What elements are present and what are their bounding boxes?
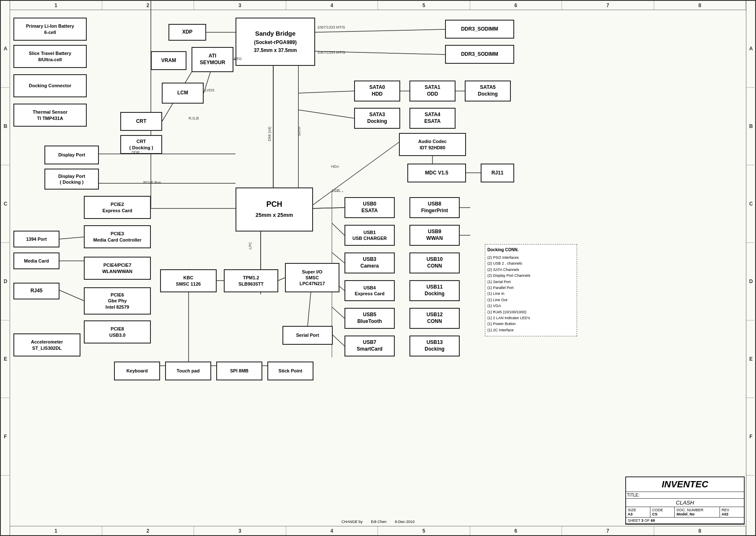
sata0-hdd-box: SATA0HDD bbox=[354, 81, 400, 101]
usb13-docking-box: USB13Docking bbox=[409, 336, 460, 356]
usb0-esata-box: USB0ESATA bbox=[344, 197, 395, 218]
sata3-docking-box: SATA3Docking bbox=[354, 108, 400, 129]
display-port-docking-label: Display Port( Docking ) bbox=[58, 173, 85, 185]
rj45-label: RJ45 bbox=[31, 288, 43, 294]
lpc-wire-label: LPC bbox=[248, 242, 252, 250]
sata1-odd-box: SATA1ODD bbox=[409, 81, 456, 101]
svg-line-38 bbox=[311, 208, 344, 208]
accelerometer-label: AccelerometerST_LIS302DL bbox=[31, 339, 63, 351]
usb12-conn-label: USB12CONN bbox=[427, 312, 443, 325]
keyboard-label: Keyboard bbox=[127, 368, 148, 374]
usb10-conn-label: USB10CONN bbox=[427, 256, 443, 269]
ddr3-2-box: DDR3_SODIMM bbox=[445, 45, 514, 64]
ddp-wire-label: DDP bbox=[132, 150, 140, 154]
grid-row-f: F bbox=[1, 398, 10, 476]
tpm-box: TPM1.2SLB9635TT bbox=[224, 269, 278, 292]
rj11-label: RJ11 bbox=[492, 170, 504, 177]
ddr3-1-box: DDR3_SODIMM bbox=[445, 20, 514, 39]
change-date: 8-Dec-2010 bbox=[395, 520, 414, 524]
1394-port-box: 1394 Port bbox=[13, 231, 60, 247]
grid-col-bot-4: 4 bbox=[286, 526, 378, 535]
slice-battery-box: Slice Travel Battery8/Ultra-cell bbox=[13, 45, 87, 68]
grid-col-1: 1 bbox=[10, 1, 102, 10]
keyboard-box: Keyboard bbox=[114, 362, 160, 380]
vram-label: VRAM bbox=[161, 57, 176, 64]
usb0-esata-label: USB0ESATA bbox=[362, 201, 378, 214]
pcie6-label: PCIE6Gbe PhyIntel 82579 bbox=[106, 292, 129, 310]
grid-col-2: 2 bbox=[102, 1, 194, 10]
primary-battery-box: Primary Li-Ion Battery6-cell bbox=[13, 18, 87, 41]
grid-row-b-r: B bbox=[746, 88, 756, 165]
schematic-container: 1 2 3 4 5 6 7 8 1 2 3 4 5 6 7 8 A B C D … bbox=[0, 0, 756, 536]
svg-line-43 bbox=[332, 334, 344, 346]
title-block: INVENTEC TITLE: CLASH SIZEA3 CODECS DOC.… bbox=[625, 476, 745, 525]
usb4-express-box: USB4Express Card bbox=[344, 280, 395, 301]
grid-row-b: B bbox=[1, 88, 10, 165]
title-row-1: SIZEA3 CODECS DOC. NUMBERModel_No REVA02 bbox=[626, 507, 744, 518]
mdc-box: MDC V1.5 bbox=[407, 164, 466, 182]
grid-row-d: D bbox=[1, 243, 10, 320]
svg-line-6 bbox=[298, 91, 354, 93]
editor-name: Edi Chen bbox=[371, 520, 386, 524]
svg-line-13 bbox=[311, 208, 344, 208]
crt-docking-box: CRT( Docking ) bbox=[120, 135, 162, 154]
grid-col-labels-top: 1 2 3 4 5 6 7 8 bbox=[10, 1, 746, 10]
ati-seymour-label: ATISEYMOUR bbox=[200, 53, 225, 66]
peg-wire-label: PEG bbox=[234, 57, 242, 61]
sata5-docking-box: SATA5Docking bbox=[465, 81, 511, 101]
grid-col-3: 3 bbox=[194, 1, 286, 10]
grid-col-bot-3: 3 bbox=[194, 526, 286, 535]
serial-port-box: Serial Port bbox=[282, 326, 333, 345]
pch-label: PCH25mm x 25mm bbox=[256, 200, 293, 219]
grid-col-5: 5 bbox=[378, 1, 470, 10]
usb5-bluetooth-label: USB5BlueTooth bbox=[357, 312, 382, 325]
pcie2-box: PCIE2Express Card bbox=[84, 196, 151, 219]
usb3-camera-box: USB3Camera bbox=[344, 252, 395, 273]
usb9-wwan-label: USB9WWAN bbox=[426, 229, 443, 242]
usb7-smartcard-label: USB7SmartCard bbox=[357, 339, 382, 352]
sata3-docking-label: SATA3Docking bbox=[367, 112, 387, 125]
lcm-label: LCM bbox=[177, 90, 188, 96]
crt-docking-label: CRT( Docking ) bbox=[129, 138, 153, 151]
usb9-wwan-box: USB9WWAN bbox=[409, 225, 460, 246]
change-info: CHANGE by Edi Chen 8-Dec-2010 bbox=[342, 520, 415, 524]
grid-col-labels-bottom: 1 2 3 4 5 6 7 8 bbox=[10, 526, 746, 535]
lcm-box: LCM bbox=[162, 83, 204, 104]
ati-seymour-box: ATISEYMOUR bbox=[192, 47, 233, 72]
grid-col-bot-7: 7 bbox=[562, 526, 654, 535]
grid-col-bot-8: 8 bbox=[654, 526, 746, 535]
touchpad-box: Touch pad bbox=[165, 362, 211, 380]
slice-battery-label: Slice Travel Battery8/Ultra-cell bbox=[29, 50, 72, 62]
usb1-charger-label: USB1USB CHARGER bbox=[352, 229, 387, 242]
usb8-fingerprint-box: USB8FingerPrint bbox=[409, 197, 460, 218]
crt-label: CRT bbox=[136, 118, 147, 125]
grid-row-c: C bbox=[1, 165, 10, 243]
stick-point-box: Stick Point bbox=[267, 362, 313, 380]
super-io-box: Super I/OSMSCLPC47N217 bbox=[285, 263, 339, 292]
kbc-box: KBCSMSC 1126 bbox=[160, 269, 217, 292]
grid-col-6: 6 bbox=[470, 1, 562, 10]
docking-connector-label: Docking Connector bbox=[29, 83, 71, 88]
usb5-bluetooth-box: USB5BlueTooth bbox=[344, 308, 395, 329]
primary-battery-label: Primary Li-Ion Battery6-cell bbox=[26, 23, 74, 35]
grid-row-f-r: F bbox=[746, 398, 756, 476]
display-port-box: Display Port bbox=[44, 146, 99, 164]
svg-line-39 bbox=[332, 223, 344, 235]
grid-col-8: 8 bbox=[654, 1, 746, 10]
grid-row-labels-left: A B C D E F bbox=[1, 1, 10, 535]
docking-conn-note: Docking CONN. (2) PS/2 Interfaces (2) US… bbox=[485, 244, 577, 336]
dmi-wire-label: DMI (x4) bbox=[267, 127, 272, 141]
docking-connector-box: Docking Connector bbox=[13, 74, 87, 97]
sheet-label: SHEET 3 OF 69 bbox=[626, 518, 744, 523]
usb3-camera-label: USB3Camera bbox=[360, 256, 379, 269]
usb4-express-label: USB4Express Card bbox=[355, 285, 385, 297]
doc-label: DOC. NUMBERModel_No bbox=[675, 507, 720, 517]
accelerometer-box: AccelerometerST_LIS302DL bbox=[13, 333, 80, 356]
grid-col-bot-2: 2 bbox=[102, 526, 194, 535]
svg-line-30 bbox=[60, 237, 84, 239]
grid-col-bot-5: 5 bbox=[378, 526, 470, 535]
grid-row-a: A bbox=[1, 10, 10, 88]
mdc-label: MDC V1.5 bbox=[425, 170, 448, 177]
docking-conn-lines: (2) PS/2 Interfaces (2) USB 2 . channels… bbox=[487, 255, 575, 333]
pcie4-label: PCIE4/PCIE7WLAN/WWAN bbox=[102, 262, 132, 274]
